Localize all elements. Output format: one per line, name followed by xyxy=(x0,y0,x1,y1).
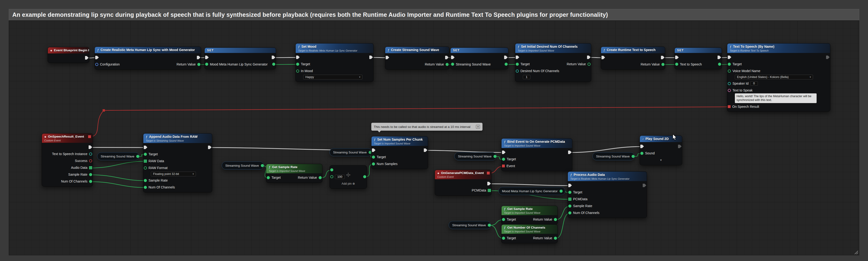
node-create-realistic[interactable]: ƒCreate Realistic Meta Human Lip Sync wi… xyxy=(95,46,201,70)
vout-pin[interactable] xyxy=(718,63,721,66)
node-gnc[interactable]: ƒGet Number Of ChannelsTarget is Importe… xyxy=(501,224,558,243)
out-pin[interactable] xyxy=(643,184,646,187)
success-pin[interactable] xyxy=(89,159,92,162)
in-pin[interactable] xyxy=(568,184,572,187)
target-pin[interactable] xyxy=(267,176,270,179)
node-set-initial[interactable]: ƒSet Initial Desired Num Of ChannelsTarg… xyxy=(515,43,591,82)
dropdown[interactable]: Happy▾ xyxy=(303,75,363,79)
event-pin[interactable] xyxy=(502,164,505,167)
return-value-pin[interactable] xyxy=(554,218,557,221)
sample-rate-pin[interactable] xyxy=(89,173,92,176)
value-input[interactable]: 1 xyxy=(523,75,530,79)
node-gs4[interactable]: Streaming Sound Wave xyxy=(454,152,497,160)
reroute-node[interactable] xyxy=(102,109,105,112)
dropdown[interactable]: English (United States) - Kokoro (Bella)… xyxy=(735,75,813,79)
in-mood-pin[interactable] xyxy=(296,70,299,73)
out-pin[interactable] xyxy=(488,224,491,227)
graph-canvas[interactable]: ◆Event Blueprint Begin PlayƒCreate Reali… xyxy=(9,20,859,255)
node-mul[interactable]: ÷100Add pin ⊕ xyxy=(330,165,367,189)
out-pin[interactable] xyxy=(89,145,92,149)
out-pin[interactable] xyxy=(445,56,449,59)
out-pin[interactable] xyxy=(424,148,427,152)
node-gs6[interactable]: Streaming Sound Wave xyxy=(592,152,634,160)
num-of-channels-pin[interactable] xyxy=(89,180,92,183)
target-pin[interactable] xyxy=(516,63,519,66)
target-pin[interactable] xyxy=(568,191,571,194)
out-pin[interactable] xyxy=(369,55,373,59)
b-pin[interactable] xyxy=(330,175,333,178)
in-pin[interactable] xyxy=(144,146,147,149)
node-set-streaming[interactable]: SETStreaming Sound Wave xyxy=(451,47,508,69)
delegate-pin[interactable] xyxy=(88,135,91,138)
node-gs3[interactable]: Streaming Sound Wave xyxy=(330,148,372,156)
vout-pin[interactable] xyxy=(505,63,508,66)
out-pin[interactable] xyxy=(587,55,591,59)
target-pin[interactable] xyxy=(502,237,505,240)
out-pin[interactable] xyxy=(504,55,508,59)
configuration-pin[interactable] xyxy=(95,63,98,66)
text-to-speech-instance-pin[interactable] xyxy=(89,152,92,156)
dropdown[interactable]: Floating point 32-bit▾ xyxy=(151,172,196,176)
node-begin-play[interactable]: ◆Event Blueprint Begin Play xyxy=(48,47,89,63)
in-pin[interactable] xyxy=(372,148,375,152)
in-pin[interactable] xyxy=(640,145,644,148)
node-onspeech[interactable]: ◆OnSpeechResult_EventCustom EventText to… xyxy=(42,133,93,187)
return-value-pin[interactable] xyxy=(445,63,449,66)
node-set-mood[interactable]: ƒSet MoodTarget is Realistic Meta Human … xyxy=(296,43,374,82)
return-value-pin[interactable] xyxy=(661,63,664,66)
out-pin[interactable] xyxy=(208,146,212,149)
node-process[interactable]: ƒProcess Audio DataTarget is Realistic M… xyxy=(568,172,647,218)
num-samples-pin[interactable] xyxy=(372,162,375,165)
out-pin[interactable] xyxy=(718,55,721,59)
out-pin[interactable] xyxy=(826,55,830,59)
in-pin[interactable] xyxy=(95,56,99,59)
pcmdata-pin[interactable] xyxy=(488,189,491,192)
a-pin[interactable] xyxy=(330,168,333,172)
num-of-channels-pin[interactable] xyxy=(568,211,571,215)
target-pin[interactable] xyxy=(296,63,299,66)
out-pin[interactable] xyxy=(493,155,497,158)
out-pin[interactable] xyxy=(363,175,366,178)
in-pin[interactable] xyxy=(516,55,519,59)
in-pin[interactable] xyxy=(502,151,505,154)
node-gs5[interactable]: Streaming Sound Wave xyxy=(449,221,491,229)
streaming-sound-wave-pin[interactable] xyxy=(451,63,454,66)
node-gs2[interactable]: Streaming Sound Wave xyxy=(222,161,264,170)
node-gsr1[interactable]: ƒGet Sample RateTarget is Imported Sound… xyxy=(266,164,322,183)
target-pin[interactable] xyxy=(728,63,731,66)
out-pin[interactable] xyxy=(568,151,571,154)
out-pin[interactable] xyxy=(85,56,89,60)
node-append[interactable]: ƒAppend Audio Data From RAWTarget is Str… xyxy=(143,133,212,192)
value-input[interactable]: 0 xyxy=(750,81,758,85)
in-pin[interactable] xyxy=(675,55,679,59)
mood-meta-human-lip-sync-generator-pin[interactable] xyxy=(205,63,208,66)
desired-num-of-channels-pin[interactable] xyxy=(516,70,519,73)
delegate-pin[interactable] xyxy=(487,172,490,175)
node-create-runtime[interactable]: ƒCreate Runtime Text to SpeechReturn Val… xyxy=(601,46,665,70)
expand-advanced-chevron[interactable]: ▼ xyxy=(642,159,680,161)
text-to-speech-pin[interactable] xyxy=(675,63,678,66)
text-to-speak-pin[interactable] xyxy=(728,89,731,92)
in-pin[interactable] xyxy=(728,55,731,59)
vout-pin[interactable] xyxy=(272,63,275,66)
node-bubble[interactable]: This needs to be called so that audio is… xyxy=(371,123,483,131)
out-pin[interactable] xyxy=(560,190,563,193)
node-create-streaming[interactable]: ƒCreate Streaming Sound WaveReturn Value xyxy=(385,46,450,70)
out-pin[interactable] xyxy=(272,55,275,59)
in-pin[interactable] xyxy=(601,56,605,59)
node-setnum[interactable]: ƒSet Num Samples Per ChunkTarget is Impo… xyxy=(371,136,428,169)
on-speech-result-pin[interactable] xyxy=(728,105,731,108)
return-value-pin[interactable] xyxy=(197,63,200,66)
add-pin-button[interactable]: Add pin ⊕ xyxy=(342,182,355,185)
raw-data-pin[interactable] xyxy=(144,159,147,163)
comment-bubble-icon[interactable]: ≡ xyxy=(476,125,480,128)
out-pin[interactable] xyxy=(136,155,139,158)
raw-format-pin[interactable] xyxy=(144,166,147,170)
out-pin[interactable] xyxy=(197,56,200,59)
audio-data-pin[interactable] xyxy=(89,166,92,169)
speaker-id-pin[interactable] xyxy=(728,82,731,85)
target-pin[interactable] xyxy=(502,158,505,161)
in-pin[interactable] xyxy=(296,55,300,59)
node-gs1[interactable]: Streaming Sound Wave xyxy=(97,152,139,160)
in-pin[interactable] xyxy=(205,55,209,59)
